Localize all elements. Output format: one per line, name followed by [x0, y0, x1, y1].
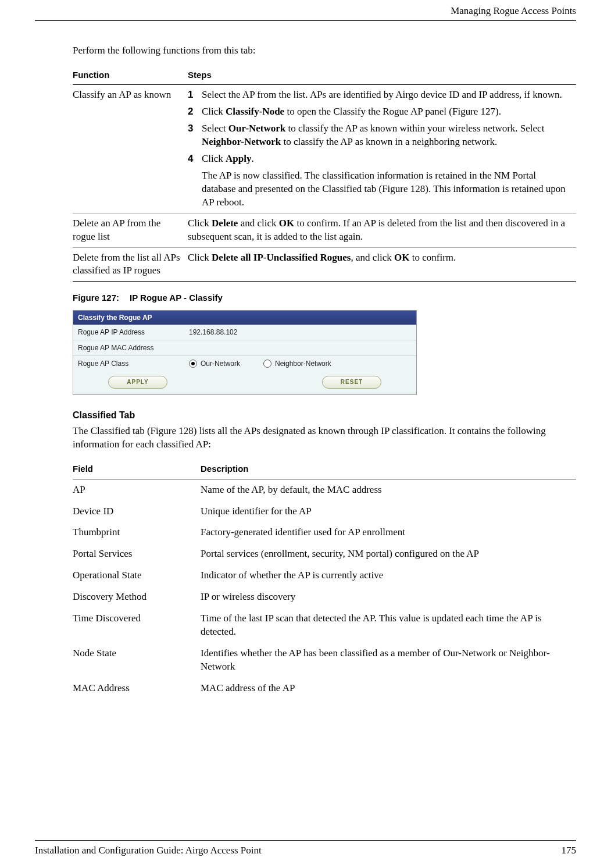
desc-cell: Factory-generated identifier used for AP…: [201, 522, 576, 543]
figure-127-panel: Classify the Rogue AP Rogue AP IP Addres…: [73, 310, 417, 395]
fields-table: Field Description APName of the AP, by d…: [73, 460, 576, 699]
top-rule: [35, 20, 576, 21]
panel-button-bar: APPLY RESET: [73, 371, 416, 394]
col-header-field: Field: [73, 460, 201, 479]
footer-page-number: 175: [562, 844, 577, 858]
steps-cell: Click Delete all IP-Unclassified Rogues,…: [188, 247, 576, 282]
radio-label: Our-Network: [201, 359, 240, 368]
radio-icon: [263, 360, 271, 368]
text: and click: [238, 218, 278, 229]
reset-button[interactable]: RESET: [322, 376, 381, 389]
step-number: 3: [188, 122, 196, 149]
radio-neighbor-network[interactable]: Neighbor-Network: [263, 359, 331, 368]
panel-row-ip: Rogue AP IP Address 192.168.88.102: [73, 325, 416, 340]
panel-row-class: Rogue AP Class Our-Network Neighbor-Netw…: [73, 356, 416, 371]
footer-rule: [35, 840, 576, 841]
bold-term: Delete: [212, 218, 238, 229]
field-cell: Device ID: [73, 501, 201, 522]
functions-table: Function Steps Classify an AP as known 1…: [73, 66, 576, 282]
row-value: Our-Network Neighbor-Network: [184, 356, 416, 371]
classified-paragraph: The Classified tab (Figure 128) lists al…: [73, 425, 576, 451]
text: Click: [202, 153, 226, 164]
field-cell: MAC Address: [73, 678, 201, 699]
desc-cell: Name of the AP, by default, the MAC addr…: [201, 479, 576, 500]
text: Select: [202, 123, 228, 134]
field-cell: Node State: [73, 643, 201, 678]
text: Click: [202, 106, 226, 117]
row-label: Rogue AP Class: [73, 356, 184, 371]
table-row: Time DiscoveredTime of the last IP scan …: [73, 608, 576, 643]
steps-cell: Click Delete and click OK to confirm. If…: [188, 213, 576, 247]
field-cell: AP: [73, 479, 201, 500]
apply-button[interactable]: APPLY: [108, 376, 167, 389]
row-label: Rogue AP MAC Address: [73, 340, 184, 355]
desc-cell: Identifies whether the AP has been class…: [201, 643, 576, 678]
table-row: Device IDUnique identifier for the AP: [73, 501, 576, 522]
text: to open the Classify the Rogue AP panel …: [284, 106, 501, 117]
table-row: Discovery MethodIP or wireless discovery: [73, 586, 576, 608]
intro-paragraph: Perform the following functions from thi…: [73, 44, 576, 58]
step-number: 1: [188, 88, 196, 102]
table-row: ThumbprintFactory-generated identifier u…: [73, 522, 576, 543]
section-heading-classified: Classified Tab: [73, 409, 576, 422]
desc-cell: Time of the last IP scan that detected t…: [201, 608, 576, 643]
figure-title: IP Rogue AP - Classify: [130, 293, 223, 303]
step-text: Select the AP from the list. APs are ide…: [202, 88, 571, 102]
step-number: 2: [188, 105, 196, 119]
bold-term: Classify-Node: [226, 106, 284, 117]
function-cell: Delete from the list all APs classified …: [73, 247, 188, 282]
table-row: APName of the AP, by default, the MAC ad…: [73, 479, 576, 500]
desc-cell: Indicator of whether the AP is currently…: [201, 565, 576, 586]
table-row: Delete an AP from the rogue list Click D…: [73, 213, 576, 247]
step-text: Click Classify-Node to open the Classify…: [202, 105, 571, 119]
panel-titlebar: Classify the Rogue AP: [73, 311, 416, 325]
bold-term: OK: [279, 218, 294, 229]
col-header-function: Function: [73, 66, 188, 85]
table-row: Operational StateIndicator of whether th…: [73, 565, 576, 586]
field-cell: Operational State: [73, 565, 201, 586]
row-value: [184, 345, 416, 351]
bold-term: Apply: [226, 153, 251, 164]
table-row: Portal ServicesPortal services (enrollme…: [73, 543, 576, 565]
desc-cell: MAC address of the AP: [201, 678, 576, 699]
col-header-steps: Steps: [188, 66, 576, 85]
figure-caption: Figure 127:IP Rogue AP - Classify: [73, 292, 576, 304]
row-value: 192.168.88.102: [184, 325, 416, 340]
table-row: Classify an AP as known 1 Select the AP …: [73, 85, 576, 214]
col-header-description: Description: [201, 460, 576, 479]
step-number: 4: [188, 152, 196, 166]
text: , and click: [351, 252, 394, 263]
ip-value: 192.168.88.102: [189, 328, 237, 337]
table-row: Delete from the list all APs classified …: [73, 247, 576, 282]
steps-cell: 1 Select the AP from the list. APs are i…: [188, 85, 576, 214]
radio-our-network[interactable]: Our-Network: [189, 359, 240, 368]
bold-term: OK: [394, 252, 409, 263]
field-cell: Time Discovered: [73, 608, 201, 643]
text: Click: [188, 218, 212, 229]
text: to classify the AP as known in a neighbo…: [281, 136, 497, 147]
field-cell: Discovery Method: [73, 586, 201, 608]
row-label: Rogue AP IP Address: [73, 325, 184, 340]
bold-term: Our-Network: [228, 123, 286, 134]
running-head: Managing Rogue Access Points: [35, 0, 576, 20]
desc-cell: Unique identifier for the AP: [201, 501, 576, 522]
step-note: The AP is now classified. The classifica…: [202, 169, 571, 209]
table-row: Node StateIdentifies whether the AP has …: [73, 643, 576, 678]
step-text: Click Apply.: [202, 152, 571, 166]
table-row: MAC AddressMAC address of the AP: [73, 678, 576, 699]
footer-doc-title: Installation and Configuration Guide: Ai…: [35, 844, 262, 858]
radio-label: Neighbor-Network: [275, 359, 331, 368]
panel-row-mac: Rogue AP MAC Address: [73, 340, 416, 356]
field-cell: Portal Services: [73, 543, 201, 565]
text: Click: [188, 252, 212, 263]
text: to confirm.: [410, 252, 456, 263]
function-cell: Classify an AP as known: [73, 85, 188, 214]
text: to classify the AP as known within your …: [285, 123, 544, 134]
text: .: [252, 153, 254, 164]
bold-term: Delete all IP-Unclassified Rogues: [212, 252, 351, 263]
bold-term: Neighbor-Network: [202, 136, 281, 147]
desc-cell: Portal services (enrollment, security, N…: [201, 543, 576, 565]
field-cell: Thumbprint: [73, 522, 201, 543]
radio-icon: [189, 360, 197, 368]
page-footer: Installation and Configuration Guide: Ai…: [35, 840, 576, 858]
